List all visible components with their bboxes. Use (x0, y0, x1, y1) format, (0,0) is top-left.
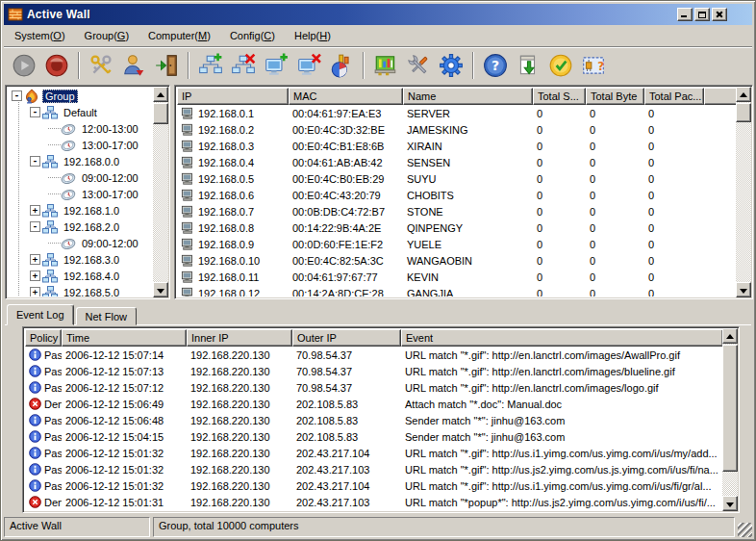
expand-icon[interactable]: + (30, 270, 40, 281)
column-header-event[interactable]: Event (401, 329, 723, 347)
delete-computer-button[interactable] (292, 50, 325, 81)
adapter-button[interactable] (369, 50, 402, 81)
tree-label[interactable]: 192.168.5.0 (61, 286, 122, 297)
tab-event-log[interactable]: Event Log (7, 304, 74, 325)
stop-button[interactable] (40, 50, 73, 81)
tree-label[interactable]: 192.168.3.0 (61, 253, 122, 267)
tree-label[interactable]: Default (61, 106, 100, 119)
close-button[interactable] (712, 8, 727, 21)
tree-label[interactable]: 09:00-12:00 (79, 237, 141, 250)
menu-system[interactable]: System(O) (5, 27, 75, 44)
collapse-icon[interactable]: - (30, 221, 40, 232)
column-header-name[interactable]: Name (403, 88, 533, 105)
scrollbar-thumb[interactable] (153, 103, 168, 124)
scroll-down-button[interactable] (153, 282, 168, 297)
collapse-icon[interactable]: - (30, 107, 40, 117)
maximize-button[interactable] (694, 8, 710, 21)
computer-row[interactable]: 192.168.0.1100:04:61:97:67:77KEVIN000 (177, 269, 750, 285)
column-header-total-s-[interactable]: Total S... (533, 88, 586, 105)
scroll-up-button[interactable] (153, 87, 168, 102)
help-button[interactable]: ? (479, 50, 512, 81)
computer-row[interactable]: 192.168.0.400:04:61:AB:AB:42SENSEN000 (177, 154, 750, 170)
event-row[interactable]: Deny2006-12-12 15:01:31192.168.220.13020… (25, 494, 737, 510)
tree-label[interactable]: 12:00-13:00 (79, 122, 141, 136)
tree-label[interactable]: 13:00-17:00 (79, 139, 141, 152)
column-header-outer-ip[interactable]: Outer IP (292, 329, 401, 347)
column-header-policy[interactable]: Policy (25, 329, 62, 347)
column-header-inner-ip[interactable]: Inner IP (187, 329, 292, 347)
menu-config[interactable]: Config(C) (220, 27, 285, 44)
computer-row[interactable]: 192.168.0.1000:E0:4C:82:5A:3CWANGAOBIN00… (177, 252, 750, 269)
title-bar[interactable]: Active Wall (4, 4, 752, 25)
column-header-time[interactable]: Time (62, 329, 187, 347)
column-header-ip[interactable]: IP (177, 88, 289, 105)
add-computer-button[interactable] (260, 50, 292, 81)
tree-item-default[interactable]: -Default (8, 104, 152, 120)
tab-net-flow[interactable]: Net Flow (76, 307, 137, 325)
tree-label[interactable]: Group (42, 90, 78, 103)
computer-row[interactable]: 192.168.0.800:14:22:9B:4A:2EQINPENGY000 (177, 219, 750, 236)
tree-label[interactable]: 192.168.2.0 (61, 220, 122, 234)
menu-group[interactable]: Group(G) (75, 27, 139, 44)
collapse-icon[interactable]: - (12, 90, 22, 101)
tree-label[interactable]: 192.168.4.0 (61, 270, 122, 283)
events-scrollbar[interactable] (722, 328, 738, 511)
settings-button[interactable] (435, 50, 467, 81)
tree-label[interactable]: 09:00-12:00 (79, 171, 141, 185)
computer-row[interactable]: 192.168.0.100:04:61:97:EA:E3SERVER000 (177, 105, 750, 121)
scrollbar-thumb[interactable] (736, 103, 751, 122)
event-row[interactable]: Pass2006-12-12 15:01:32192.168.220.13020… (25, 445, 737, 461)
menu-help[interactable]: Help(H) (285, 27, 340, 44)
menu-computer[interactable]: Computer(M) (139, 27, 220, 44)
scroll-up-button[interactable] (736, 87, 751, 102)
event-row[interactable]: Pass2006-12-12 15:04:15192.168.220.13020… (25, 428, 737, 445)
tree-item-13-00-17-00[interactable]: 13:00-17:00 (8, 137, 152, 153)
tree-label[interactable]: 13:00-17:00 (79, 188, 141, 201)
tree-scrollbar[interactable] (153, 87, 168, 297)
event-row[interactable]: Pass2006-12-12 15:01:32192.168.220.13020… (25, 461, 737, 477)
event-row[interactable]: Pass2006-12-12 15:07:12192.168.220.13070… (25, 379, 737, 396)
tools-button[interactable] (402, 50, 435, 81)
computer-row[interactable]: 192.168.0.600:E0:4C:43:20:79CHOBITS000 (177, 187, 750, 203)
event-row[interactable]: Pass2006-12-12 15:06:48192.168.220.13020… (25, 412, 737, 428)
tree-item-192-168-5-0[interactable]: +192.168.5.0 (8, 284, 152, 296)
scrollbar-thumb[interactable] (722, 345, 738, 472)
tree-item-12-00-13-00[interactable]: 12:00-13:00 (8, 120, 152, 137)
computer-row[interactable]: 192.168.0.1200:14:2A:8D:CE:28GANGJIA000 (177, 285, 750, 296)
tree-item-09-00-12-00[interactable]: 09:00-12:00 (8, 235, 152, 251)
statistics-button[interactable] (325, 50, 358, 81)
tree-item-group[interactable]: -Group (8, 88, 152, 104)
computer-row[interactable]: 192.168.0.700:0B:DB:C4:72:B7STONE000 (177, 203, 750, 219)
scroll-down-button[interactable] (736, 282, 751, 297)
tree-item-192-168-0-0[interactable]: -192.168.0.0 (8, 153, 152, 169)
expand-icon[interactable]: + (30, 205, 40, 216)
tree-item-09-00-12-00[interactable]: 09:00-12:00 (8, 169, 152, 186)
scroll-down-button[interactable] (722, 496, 738, 511)
tree-item-13-00-17-00[interactable]: 13:00-17:00 (8, 186, 152, 202)
column-header-total-pac-[interactable]: Total Pac... (644, 88, 704, 105)
computer-row[interactable]: 192.168.0.500:E0:4C:B0:EB:29SUYU000 (177, 170, 750, 187)
login-button[interactable] (117, 50, 150, 81)
resize-gripper[interactable] (738, 523, 752, 537)
tree-item-192-168-4-0[interactable]: +192.168.4.0 (8, 268, 152, 284)
event-row[interactable]: Pass2006-12-12 15:07:13192.168.220.13070… (25, 363, 737, 379)
column-header-mac[interactable]: MAC (289, 88, 403, 105)
tree-label[interactable]: 192.168.1.0 (61, 204, 122, 218)
tree-item-192-168-3-0[interactable]: +192.168.3.0 (8, 251, 152, 268)
computer-row[interactable]: 192.168.0.200:E0:4C:3D:32:BEJAMESKING000 (177, 121, 750, 138)
column-header-total-byte[interactable]: Total Byte (586, 88, 644, 105)
event-row[interactable]: Deny2006-12-12 15:06:49192.168.220.13020… (25, 396, 737, 412)
event-row[interactable]: Pass2006-12-12 15:01:32192.168.220.13020… (25, 477, 737, 494)
computer-row[interactable]: 192.168.0.300:E0:4C:B1:E8:6BXIRAIN000 (177, 138, 750, 154)
expand-icon[interactable]: + (30, 287, 40, 296)
expand-icon[interactable]: + (30, 254, 40, 265)
event-row[interactable]: Pass2006-12-12 15:07:14192.168.220.13070… (25, 347, 737, 363)
about-button[interactable]: ? (577, 50, 610, 81)
password-button[interactable] (85, 50, 117, 81)
register-button[interactable] (544, 50, 577, 81)
computer-row[interactable]: 192.168.0.900:0D:60:FE:1E:F2YUELE000 (177, 236, 750, 252)
computers-scrollbar[interactable] (736, 87, 751, 297)
delete-group-button[interactable] (227, 50, 260, 81)
tree-item-192-168-2-0[interactable]: -192.168.2.0 (8, 219, 152, 235)
scroll-up-button[interactable] (722, 328, 738, 344)
